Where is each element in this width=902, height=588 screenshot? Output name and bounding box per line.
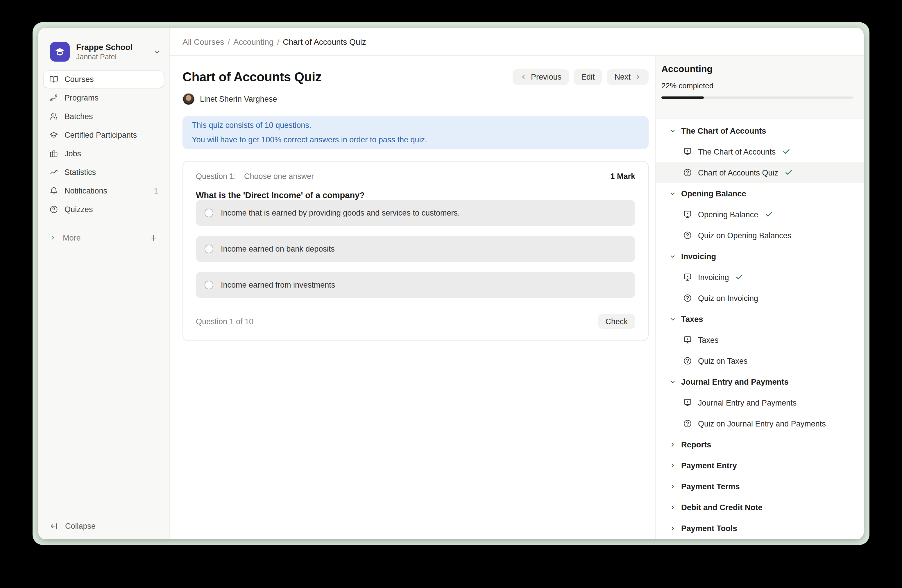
outline-section-debit-and-credit-note[interactable]: Debit and Credit Note [656, 497, 864, 518]
sidebar-item-label: Jobs [64, 149, 81, 158]
lesson-nav-buttons: Previous Edit Next [513, 69, 648, 85]
answer-option[interactable]: Income earned from investments [196, 272, 635, 298]
check-button[interactable]: Check [598, 314, 635, 329]
question-marks: 1 Mark [610, 172, 635, 181]
outline-section-payment-entry[interactable]: Payment Entry [656, 455, 864, 476]
chevron-down-icon [670, 190, 676, 197]
user-name: Jannat Patel [76, 53, 147, 61]
app-window: Frappe School Jannat Patel CoursesProgra… [38, 28, 864, 539]
check-icon [764, 210, 773, 219]
collapse-sidebar-button[interactable]: Collapse [50, 522, 96, 530]
chevron-right-icon [670, 525, 676, 531]
briefcase-icon [49, 149, 58, 158]
route-icon [49, 94, 58, 102]
body-row: Chart of Accounts Quiz Previous Edit [170, 56, 864, 539]
course-outline: Accounting 22% completed The Chart of Ac… [655, 56, 864, 539]
sidebar-item-label: Programs [64, 94, 99, 102]
workspace-switcher[interactable]: Frappe School Jannat Patel [38, 28, 169, 67]
outline-item-label: Quiz on Taxes [698, 357, 748, 365]
sidebar-item-statistics[interactable]: Statistics [44, 164, 164, 181]
answer-option[interactable]: Income that is earned by providing goods… [196, 200, 635, 226]
lesson-video-icon [683, 210, 692, 219]
outline-item-opening-balance[interactable]: Opening Balance [656, 204, 864, 225]
radio-icon[interactable] [205, 209, 213, 217]
outline-item-chart-of-accounts-quiz[interactable]: Chart of Accounts Quiz [656, 162, 864, 183]
banner-line-2: You will have to get 100% correct answer… [192, 133, 639, 147]
chevron-down-icon[interactable] [153, 48, 161, 55]
breadcrumb-separator: / [277, 37, 280, 46]
quiz-icon [683, 293, 692, 303]
notification-count-badge: 1 [154, 186, 158, 195]
quiz-icon [683, 231, 692, 240]
next-label: Next [614, 73, 631, 81]
outline-item-quiz-on-journal-entry-and-payments[interactable]: Quiz on Journal Entry and Payments [656, 413, 864, 434]
outline-section-journal-entry-and-payments[interactable]: Journal Entry and Payments [656, 371, 864, 392]
previous-label: Previous [531, 73, 561, 81]
plus-icon[interactable] [149, 233, 158, 242]
outline-section-payment-tools[interactable]: Payment Tools [656, 518, 864, 539]
breadcrumb-current: Chart of Accounts Quiz [283, 37, 366, 46]
outline-section-the-chart-of-accounts[interactable]: The Chart of Accounts [656, 120, 864, 141]
outline-item-label: Quiz on Invoicing [698, 294, 758, 302]
outline-item-quiz-on-invoicing[interactable]: Quiz on Invoicing [656, 288, 864, 308]
outline-item-the-chart-of-accounts[interactable]: The Chart of Accounts [656, 141, 864, 162]
banner-line-1: This quiz consists of 10 questions. [192, 119, 639, 133]
next-button[interactable]: Next [607, 69, 648, 85]
title-row: Chart of Accounts Quiz Previous Edit [183, 69, 648, 85]
outline-item-label: Chart of Accounts Quiz [698, 168, 778, 177]
previous-button[interactable]: Previous [513, 69, 569, 85]
question-instruction: Choose one answer [244, 172, 314, 181]
avatar [183, 93, 195, 105]
outline-section-label: The Chart of Accounts [681, 127, 766, 135]
outline-item-invoicing[interactable]: Invoicing [656, 267, 864, 288]
answer-option[interactable]: Income earned on bank deposits [196, 236, 635, 262]
sidebar-item-more[interactable]: More [44, 230, 164, 246]
chevron-right-icon [49, 234, 56, 241]
outline-section-reports[interactable]: Reports [656, 434, 864, 455]
sidebar-item-quizzes[interactable]: Quizzes [44, 201, 164, 218]
chevron-down-icon [670, 378, 676, 385]
radio-icon[interactable] [205, 281, 213, 289]
breadcrumb-all-courses[interactable]: All Courses [183, 37, 224, 46]
sidebar-item-notifications[interactable]: Notifications1 [44, 183, 164, 199]
radio-icon[interactable] [205, 245, 213, 253]
trending-up-icon [49, 168, 58, 177]
outline-section-invoicing[interactable]: Invoicing [656, 246, 864, 267]
chevron-down-icon [670, 316, 676, 322]
outline-item-quiz-on-opening-balances[interactable]: Quiz on Opening Balances [656, 225, 864, 246]
outline-section-taxes[interactable]: Taxes [656, 308, 864, 330]
outline-item-journal-entry-and-payments[interactable]: Journal Entry and Payments [656, 392, 864, 413]
sidebar-item-programs[interactable]: Programs [44, 89, 164, 106]
quiz-icon [683, 419, 692, 428]
sidebar-item-batches[interactable]: Batches [44, 108, 164, 125]
outline-item-label: Opening Balance [698, 210, 758, 219]
edit-label: Edit [581, 73, 595, 81]
edit-button[interactable]: Edit [574, 69, 602, 85]
frappe-school-logo [50, 42, 70, 62]
outline-item-label: Taxes [698, 336, 719, 344]
lesson-video-icon [683, 272, 692, 282]
lesson-video-icon [683, 335, 692, 344]
outline-header: Accounting 22% completed [656, 56, 864, 119]
graduation-cap-icon [49, 131, 58, 139]
question-footer: Question 1 of 10 Check [196, 314, 635, 329]
outline-item-taxes[interactable]: Taxes [656, 330, 864, 350]
outline-section-label: Journal Entry and Payments [681, 377, 789, 386]
answer-option-label: Income earned from investments [221, 281, 335, 289]
breadcrumb: All Courses / Accounting / Chart of Acco… [170, 28, 864, 56]
bell-icon [49, 186, 58, 195]
sidebar-item-jobs[interactable]: Jobs [44, 145, 164, 162]
content-area: All Courses / Accounting / Chart of Acco… [170, 28, 864, 539]
sidebar-item-courses[interactable]: Courses [44, 71, 164, 88]
outline-item-quiz-on-taxes[interactable]: Quiz on Taxes [656, 350, 864, 371]
users-icon [49, 112, 58, 121]
question-progress: Question 1 of 10 [196, 317, 254, 326]
sidebar-item-certified-participants[interactable]: Certified Participants [44, 127, 164, 144]
chevron-down-icon [670, 128, 676, 134]
chevron-right-icon [670, 462, 676, 469]
outline-item-label: Invoicing [698, 273, 729, 281]
breadcrumb-accounting[interactable]: Accounting [233, 37, 274, 46]
outline-section-opening-balance[interactable]: Opening Balance [656, 183, 864, 204]
sidebar-item-label: Notifications [64, 186, 107, 195]
outline-section-payment-terms[interactable]: Payment Terms [656, 476, 864, 497]
